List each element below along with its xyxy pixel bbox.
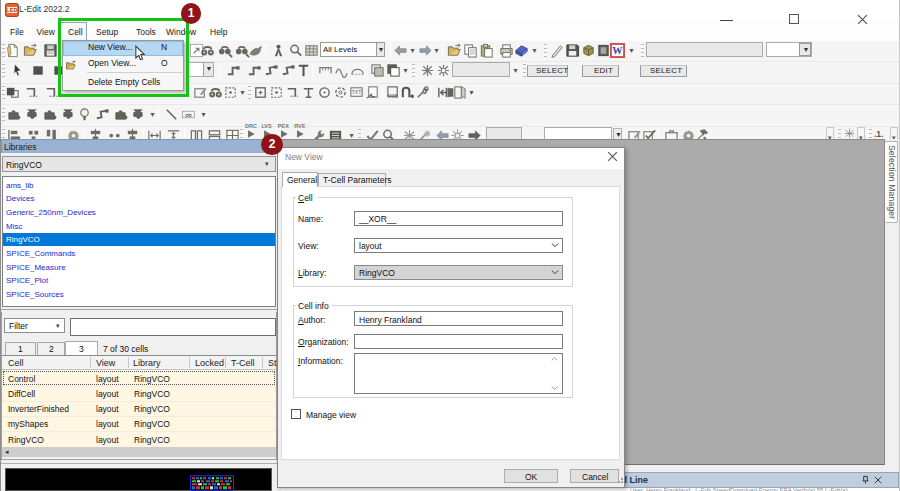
svg-text:W: W [612,45,623,56]
svg-text:TXT: TXT [351,89,362,95]
svg-text:M3B: M3B [387,93,398,99]
svg-text:∞: ∞ [185,110,192,120]
svg-text:LED: LED [6,7,17,13]
